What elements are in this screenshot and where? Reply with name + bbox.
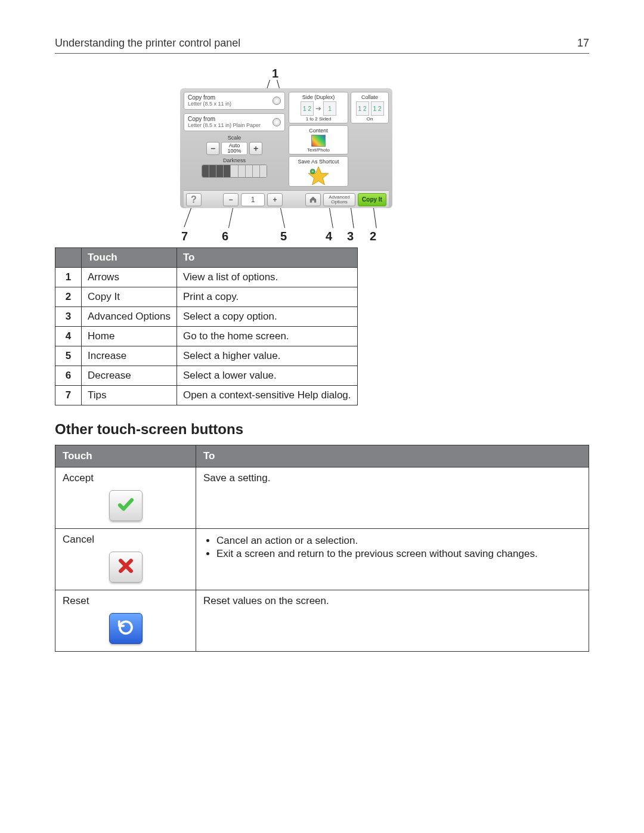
table-row: 1ArrowsView a list of options. bbox=[55, 268, 358, 287]
row-to: Select a lower value. bbox=[177, 366, 357, 386]
accept-button[interactable] bbox=[109, 490, 143, 521]
row-number: 7 bbox=[55, 386, 82, 405]
row-touch: Arrows bbox=[82, 268, 177, 287]
callout-7: 7 bbox=[181, 230, 188, 243]
row-to: View a list of options. bbox=[177, 268, 357, 287]
home-icon bbox=[309, 196, 317, 204]
cancel-button[interactable] bbox=[109, 552, 143, 583]
row-to: Cancel an action or a selection.Exit a s… bbox=[196, 529, 589, 590]
copy-from-1-label: Copy from bbox=[188, 94, 215, 101]
copy-from-2-sub: Letter (8.5 x 11 in) Plain Paper bbox=[188, 122, 273, 128]
callout-4: 4 bbox=[326, 230, 332, 243]
desc-item: Exit a screen and return to the previous… bbox=[216, 548, 581, 560]
page-number: 17 bbox=[577, 37, 589, 49]
arrow-right-icon: ➔ bbox=[315, 104, 321, 113]
row-to: Open a context-sensitive Help dialog. bbox=[177, 386, 357, 405]
tips-button[interactable]: ? bbox=[186, 193, 202, 206]
table2-header-touch: Touch bbox=[55, 445, 196, 467]
callout-2: 2 bbox=[370, 230, 376, 243]
collate-icon: 1 2 bbox=[356, 101, 369, 116]
sides-duplex-tile[interactable]: Side (Duplex) 1 2 ➔ 1 1 to 2 Sided bbox=[289, 92, 348, 123]
panel-bottom-bar: ? − 1 + Advanced Options Copy It bbox=[184, 190, 389, 208]
content-tile[interactable]: Content Text/Photo bbox=[289, 125, 348, 154]
save-shortcut-tile[interactable]: Save As Shortcut + bbox=[289, 156, 348, 187]
callout-6: 6 bbox=[222, 230, 228, 243]
row-touch: Copy It bbox=[82, 287, 177, 307]
other-buttons-table: Touch To AcceptSave a setting.CancelCanc… bbox=[55, 445, 589, 652]
row-touch: Advanced Options bbox=[82, 307, 177, 327]
collate-icon: 1 2 bbox=[371, 101, 384, 116]
page-duplex-icon: 1 bbox=[323, 101, 336, 116]
row-number: 3 bbox=[55, 307, 82, 327]
row-to: Select a higher value. bbox=[177, 346, 357, 366]
row-touch: Accept bbox=[55, 467, 196, 529]
arrow-icon[interactable] bbox=[273, 97, 281, 105]
row-touch: Decrease bbox=[82, 366, 177, 386]
darkness-slider[interactable] bbox=[202, 165, 267, 178]
bottom-callouts: 7 6 5 4 3 2 bbox=[180, 208, 454, 245]
button-name: Reset bbox=[63, 595, 188, 607]
collate-tile[interactable]: Collate 1 2 1 2 On bbox=[351, 92, 389, 123]
row-number: 1 bbox=[55, 268, 82, 287]
accept-icon bbox=[116, 496, 136, 516]
header-title: Understanding the printer control panel bbox=[55, 37, 240, 49]
advanced-options-button[interactable]: Advanced Options bbox=[323, 193, 355, 206]
copy-from-field-2[interactable]: Copy from Letter (8.5 x 11 in) Plain Pap… bbox=[184, 113, 285, 131]
reset-icon bbox=[116, 618, 136, 639]
touch-panel: Copy from Letter (8.5 x 11 in) Copy from… bbox=[180, 88, 392, 208]
row-touch: Tips bbox=[82, 386, 177, 405]
row-to: Go to the home screen. bbox=[177, 327, 357, 346]
callout-3: 3 bbox=[347, 230, 354, 243]
row-number: 5 bbox=[55, 346, 82, 366]
row-number: 4 bbox=[55, 327, 82, 346]
table-row: ResetReset values on the screen. bbox=[55, 590, 589, 652]
row-to: Save a setting. bbox=[196, 467, 589, 529]
table-row: 6DecreaseSelect a lower value. bbox=[55, 366, 358, 386]
content-type-icon bbox=[311, 135, 326, 147]
copy-from-field-1[interactable]: Copy from Letter (8.5 x 11 in) bbox=[184, 92, 285, 110]
table-row: AcceptSave a setting. bbox=[55, 467, 589, 529]
running-header: Understanding the printer control panel … bbox=[55, 37, 589, 54]
table-row: CancelCancel an action or a selection.Ex… bbox=[55, 529, 589, 590]
table-row: 3Advanced OptionsSelect a copy option. bbox=[55, 307, 358, 327]
decrease-button[interactable]: − bbox=[223, 193, 239, 206]
page-front-icon: 1 2 bbox=[301, 101, 314, 116]
table2-header-to: To bbox=[196, 445, 589, 467]
darkness-label: Darkness bbox=[184, 157, 285, 163]
copy-from-2-label: Copy from bbox=[188, 116, 215, 122]
row-to: Select a copy option. bbox=[177, 307, 357, 327]
copy-from-1-sub: Letter (8.5 x 11 in) bbox=[188, 101, 273, 107]
table1-header-blank bbox=[55, 248, 82, 268]
table1-header-touch: Touch bbox=[82, 248, 177, 268]
row-touch: Home bbox=[82, 327, 177, 346]
callout-reference-table: Touch To 1ArrowsView a list of options.2… bbox=[55, 247, 358, 405]
copy-count: 1 bbox=[241, 193, 265, 206]
copy-it-button[interactable]: Copy It bbox=[358, 193, 386, 206]
touch-panel-figure: 1 Copy from Letter (8.5 x 11 in) Copy fr… bbox=[180, 67, 454, 245]
scale-decrease-button[interactable]: − bbox=[206, 142, 219, 155]
row-to: Reset values on the screen. bbox=[196, 590, 589, 652]
callout-5: 5 bbox=[280, 230, 287, 243]
increase-button[interactable]: + bbox=[267, 193, 283, 206]
star-icon: + bbox=[306, 166, 330, 185]
desc-item: Cancel an action or a selection. bbox=[216, 535, 581, 547]
button-name: Cancel bbox=[63, 534, 188, 546]
row-to: Print a copy. bbox=[177, 287, 357, 307]
scale-increase-button[interactable]: + bbox=[249, 142, 262, 155]
row-touch: Reset bbox=[55, 590, 196, 652]
row-number: 6 bbox=[55, 366, 82, 386]
table-row: 4HomeGo to the home screen. bbox=[55, 327, 358, 346]
svg-text:+: + bbox=[312, 169, 314, 174]
row-touch: Cancel bbox=[55, 529, 196, 590]
callout-1: 1 bbox=[272, 67, 278, 80]
scale-value: Auto 100% bbox=[221, 142, 247, 155]
table-row: 5IncreaseSelect a higher value. bbox=[55, 346, 358, 366]
home-button[interactable] bbox=[305, 193, 321, 206]
scale-label: Scale bbox=[184, 135, 285, 141]
row-number: 2 bbox=[55, 287, 82, 307]
arrow-icon[interactable] bbox=[273, 118, 281, 126]
table-row: 7TipsOpen a context-sensitive Help dialo… bbox=[55, 386, 358, 405]
cancel-icon bbox=[117, 557, 135, 578]
section-heading: Other touch-screen buttons bbox=[55, 421, 589, 438]
reset-button[interactable] bbox=[109, 613, 143, 644]
